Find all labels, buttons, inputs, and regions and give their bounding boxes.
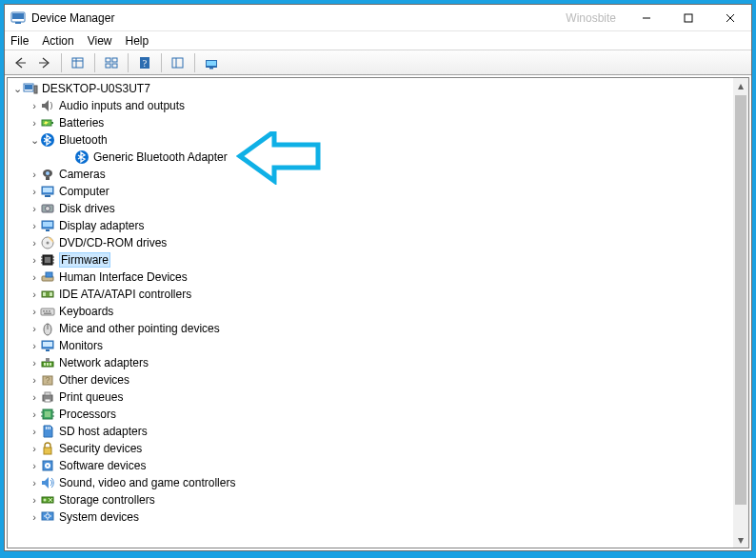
scroll-up-icon[interactable]: ▴	[733, 78, 748, 93]
menu-action[interactable]: Action	[42, 34, 73, 48]
tree-category-security[interactable]: › Security devices	[8, 440, 733, 457]
toolbar: ?	[5, 50, 751, 75]
tree-category-firmware[interactable]: › Firmware	[8, 251, 733, 269]
menu-view[interactable]: View	[88, 34, 112, 48]
expander-icon[interactable]: ›	[29, 186, 40, 197]
toolbar-separator	[94, 53, 95, 72]
svg-rect-40	[46, 229, 50, 231]
tree-category-printer[interactable]: › Print queues	[8, 389, 733, 406]
scroll-down-icon[interactable]: ▾	[733, 532, 748, 548]
minimize-button[interactable]	[626, 5, 667, 31]
svg-rect-52	[46, 272, 52, 277]
svg-rect-25	[34, 86, 37, 93]
tree-category-keyboard[interactable]: › Keyboards	[8, 303, 733, 320]
display-icon	[40, 218, 55, 233]
tree-category-optical[interactable]: › DVD/CD-ROM drives	[8, 234, 733, 251]
svg-point-42	[47, 242, 50, 245]
expander-icon[interactable]: ›	[29, 271, 40, 283]
expander-icon[interactable]: ⌄	[29, 134, 40, 147]
tree-category-disk[interactable]: › Disk drives	[8, 200, 733, 217]
expander-icon[interactable]: ›	[29, 357, 40, 369]
tree-item-label: DESKTOP-U0S3UT7	[42, 82, 150, 95]
tree-category-ide[interactable]: › IDE ATA/ATAPI controllers	[8, 286, 733, 303]
expander-icon[interactable]: ›	[29, 494, 40, 506]
expander-icon[interactable]: ›	[29, 460, 40, 471]
expander-icon[interactable]: ›	[29, 100, 40, 111]
show-hide-console-tree-button[interactable]	[167, 52, 189, 73]
tree-category-network[interactable]: › Network adapters	[8, 354, 733, 371]
expander-icon[interactable]: ›	[29, 323, 40, 334]
tree-category-hid[interactable]: › Human Interface Devices	[8, 269, 733, 286]
sd-icon	[40, 424, 55, 439]
properties-button[interactable]	[67, 52, 90, 73]
expander-icon[interactable]: ›	[29, 340, 40, 351]
tree-category-sound[interactable]: › Sound, video and game controllers	[8, 474, 733, 491]
help-button[interactable]: ?	[133, 52, 156, 73]
tree-item-label: Processors	[59, 408, 116, 421]
tree-root[interactable]: ⌄ DESKTOP-U0S3UT7	[8, 80, 733, 97]
svg-rect-68	[47, 363, 49, 366]
tree-category-software[interactable]: › Software devices	[8, 457, 733, 474]
tree-category-system[interactable]: › System devices	[8, 508, 733, 526]
tree-item-label: Monitors	[59, 339, 103, 352]
device-tree[interactable]: ⌄ DESKTOP-U0S3UT7 › Audio inputs and out…	[8, 78, 733, 548]
expander-icon[interactable]: ›	[29, 237, 40, 249]
svg-rect-91	[42, 512, 53, 520]
maximize-button[interactable]	[667, 5, 709, 31]
svg-rect-24	[25, 85, 32, 90]
scroll-thumb[interactable]	[735, 95, 746, 505]
tree-category-display[interactable]: › Display adapters	[8, 217, 733, 234]
expander-icon[interactable]: ›	[29, 117, 40, 129]
tile-button[interactable]	[100, 52, 123, 73]
tree-category-camera[interactable]: › Cameras	[8, 166, 733, 183]
tree-category-cpu[interactable]: › Processors	[8, 406, 733, 423]
tree-device-bluetooth[interactable]: Generic Bluetooth Adapter	[8, 149, 733, 166]
svg-point-37	[46, 207, 50, 211]
expander-icon[interactable]: ›	[29, 477, 40, 488]
battery-icon	[40, 115, 55, 130]
tree-category-monitor[interactable]: › Monitors	[8, 337, 733, 354]
svg-point-90	[44, 499, 47, 502]
printer-icon	[40, 389, 55, 405]
expander-icon[interactable]: ⌄	[11, 83, 23, 95]
camera-icon	[40, 167, 55, 182]
tree-category-audio[interactable]: › Audio inputs and outputs	[8, 97, 733, 114]
svg-rect-13	[112, 58, 117, 62]
tree-category-sd[interactable]: › SD host adapters	[8, 423, 733, 440]
tree-category-storage[interactable]: › Storage controllers	[8, 491, 733, 508]
tree-category-bluetooth[interactable]: ⌄ Bluetooth	[8, 131, 733, 149]
toolbar-separator	[161, 53, 162, 72]
expander-icon[interactable]: ›	[29, 511, 40, 523]
tree-item-label: Audio inputs and outputs	[59, 99, 185, 112]
sound-icon	[40, 475, 55, 490]
vertical-scrollbar[interactable]: ▴ ▾	[733, 78, 748, 548]
close-button[interactable]	[709, 5, 751, 31]
expander-icon[interactable]: ›	[29, 289, 40, 300]
tree-category-computer[interactable]: › Computer	[8, 183, 733, 200]
tree-category-other[interactable]: › ? Other devices	[8, 371, 733, 389]
tree-item-label: System devices	[59, 510, 139, 524]
svg-text:?: ?	[143, 58, 148, 69]
keyboard-icon	[40, 304, 55, 319]
menu-file[interactable]: File	[10, 34, 29, 48]
expander-icon[interactable]: ›	[29, 306, 40, 317]
window-title: Device Manager	[31, 11, 114, 25]
svg-rect-9	[72, 58, 83, 68]
expander-icon[interactable]: ›	[29, 220, 40, 231]
expander-icon[interactable]: ›	[29, 426, 40, 437]
menu-help[interactable]: Help	[126, 34, 149, 48]
toolbar-separator	[61, 53, 62, 72]
back-button[interactable]	[9, 52, 31, 73]
expander-icon[interactable]: ›	[29, 443, 40, 454]
expander-icon[interactable]: ›	[29, 374, 40, 386]
scan-hardware-button[interactable]	[200, 52, 223, 73]
expander-icon[interactable]: ›	[29, 391, 40, 403]
tree-category-battery[interactable]: › Batteries	[8, 114, 733, 131]
tree-category-mouse[interactable]: › Mice and other pointing devices	[8, 320, 733, 337]
expander-icon[interactable]: ›	[29, 409, 40, 420]
expander-icon[interactable]: ›	[29, 254, 40, 266]
expander-icon[interactable]: ›	[29, 169, 40, 180]
forward-button[interactable]	[33, 52, 56, 73]
tree-item-label: Security devices	[59, 442, 142, 455]
expander-icon[interactable]: ›	[29, 203, 40, 214]
